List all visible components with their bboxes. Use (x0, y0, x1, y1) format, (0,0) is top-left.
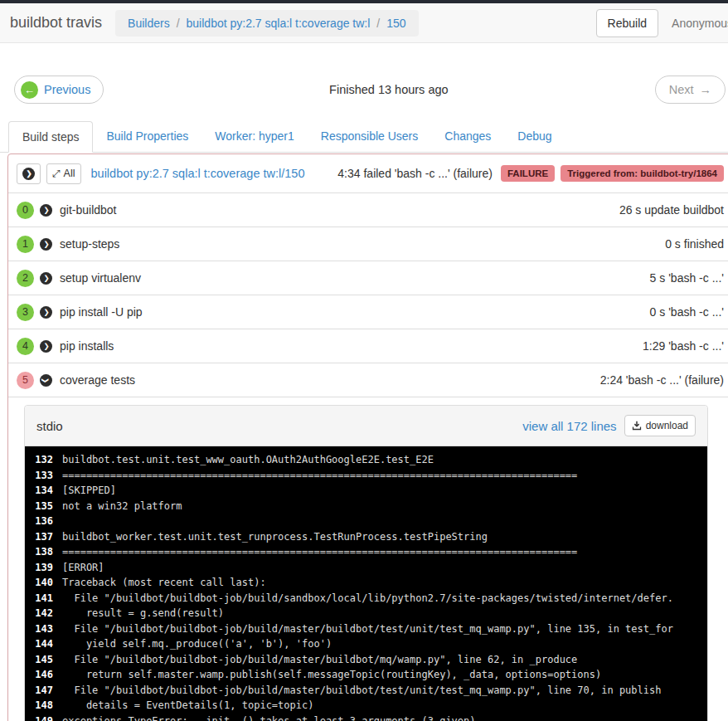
chevron-circle-right-icon: ❯ (22, 168, 35, 180)
tab-build-properties[interactable]: Build Properties (93, 121, 201, 153)
step-name[interactable]: git-buildbot (60, 203, 117, 217)
step-duration-status: 26 s update buildbot (619, 203, 724, 217)
previous-build-button[interactable]: ← Previous (14, 76, 104, 104)
log-line: 143 File "/buildbot/buildbot-job/build/m… (32, 621, 701, 637)
next-build-button[interactable]: Next → (655, 76, 726, 104)
build-step-row[interactable]: 4 ❯ pip installs 1:29 'bash -c ...' (8, 329, 728, 363)
breadcrumb-separator: / (177, 17, 180, 30)
step-duration-status: 0 s 'bash -c ...' (650, 305, 724, 319)
log-line: 147 File "/buildbot/buildbot-job/build/m… (32, 683, 701, 699)
breadcrumb-builders-link[interactable]: Builders (128, 17, 170, 30)
rebuild-button[interactable]: Rebuild (596, 9, 658, 37)
step-duration-status: 5 s 'bash -c ...' (650, 271, 724, 285)
failure-badge: FAILURE (501, 165, 555, 182)
step-number-badge: 4 (17, 338, 34, 355)
expand-all-icon: ⤢ (52, 168, 61, 179)
log-line: 148 details = EventDetails(1, topic=topi… (32, 698, 701, 714)
step-duration-status: 0 s finished (665, 237, 724, 251)
build-step-row[interactable]: 3 ❯ pip install -U pip 0 s 'bash -c ...' (8, 295, 728, 329)
app-brand[interactable]: buildbot travis (10, 14, 102, 32)
log-line: 149exceptions.TypeError: __init__() take… (32, 714, 701, 721)
step-expand-chevron-icon[interactable]: ❯ (40, 306, 52, 319)
log-line: 136 (32, 514, 701, 529)
log-line: 134[SKIPPED] (32, 483, 701, 499)
stdio-log-title: stdio (36, 419, 63, 433)
download-button[interactable]: download (624, 415, 696, 436)
build-finished-status: Finished 13 hours ago (329, 83, 449, 96)
summary-status-text: 4:34 failed 'bash -c ...' (failure) (337, 167, 493, 180)
step-number-badge: 1 (17, 236, 34, 253)
log-line: 142 result = g.send(result) (32, 606, 701, 621)
build-steps-list: 0 ❯ git-buildbot 26 s update buildbot 1 … (8, 192, 728, 397)
step-duration-status: 1:29 'bash -c ...' (643, 339, 724, 353)
tab-responsible-users[interactable]: Responsible Users (308, 121, 432, 153)
step-number-badge: 3 (17, 304, 34, 321)
step-duration-status: 2:24 'bash -c ...' (failure) (600, 373, 724, 387)
log-line: 138=====================================… (32, 544, 701, 560)
breadcrumb: Builders / buildbot py:2.7 sqla:l t:cove… (115, 10, 419, 37)
tab-debug[interactable]: Debug (504, 121, 565, 153)
log-line: 146 return self.master.wamp.publish(self… (32, 667, 701, 683)
expand-all-button[interactable]: ⤢ All (46, 163, 81, 184)
breadcrumb-builder-link[interactable]: buildbot py:2.7 sqla:l t:coverage tw:l (187, 17, 371, 30)
step-number-badge: 0 (17, 202, 34, 219)
step-name[interactable]: pip install -U pip (60, 305, 143, 319)
step-expand-chevron-icon[interactable]: ❯ (40, 374, 52, 387)
step-number-badge: 5 (17, 372, 34, 389)
step-expand-chevron-icon[interactable]: ❯ (40, 204, 52, 217)
log-line: 132buildbot.test.unit.test_www_oauth.OAu… (32, 452, 701, 468)
build-step-row[interactable]: 2 ❯ setup virtualenv 5 s 'bash -c ...' (8, 261, 728, 295)
step-number-badge: 2 (17, 270, 34, 287)
tab-changes[interactable]: Changes (431, 121, 504, 153)
download-label: download (646, 420, 688, 431)
build-pager: ← Previous Finished 13 hours ago Next → (0, 76, 728, 104)
build-step-row[interactable]: 0 ❯ git-buildbot 26 s update buildbot (8, 192, 728, 227)
stdio-log-panel: stdio view all 172 lines download 132bui… (24, 405, 708, 721)
log-line: 144 yield self.mq._produce(('a', 'b'), '… (32, 636, 701, 652)
previous-label: Previous (44, 83, 90, 96)
build-tabs: Build steps Build Properties Worker: hyp… (0, 121, 728, 153)
breadcrumb-build-number[interactable]: 150 (386, 17, 405, 30)
breadcrumb-separator: / (376, 17, 380, 30)
step-expand-chevron-icon[interactable]: ❯ (40, 340, 52, 353)
log-line: 133=====================================… (32, 468, 701, 484)
builder-build-link[interactable]: buildbot py:2.7 sqla:l t:coverage tw:l/1… (91, 167, 305, 180)
navbar: buildbot travis Builders / buildbot py:2… (0, 3, 728, 43)
next-label: Next (669, 83, 694, 96)
step-expand-chevron-icon[interactable]: ❯ (40, 272, 52, 285)
expand-all-label: All (64, 168, 75, 179)
stdio-header-actions: view all 172 lines download (522, 415, 696, 436)
collapse-summary-button[interactable]: ❯ (17, 163, 41, 184)
build-step-row[interactable]: 5 ❯ coverage tests 2:24 'bash -c ...' (f… (8, 363, 728, 397)
stdio-log-terminal[interactable]: 132buildbot.test.unit.test_www_oauth.OAu… (25, 446, 707, 721)
step-name[interactable]: setup-steps (60, 237, 119, 251)
log-line: 139[ERROR] (32, 560, 701, 576)
stdio-log-header: stdio view all 172 lines download (25, 406, 707, 446)
user-menu[interactable]: Anonymous (672, 17, 728, 30)
step-name[interactable]: setup virtualenv (60, 271, 141, 285)
step-expand-chevron-icon[interactable]: ❯ (40, 238, 52, 251)
build-summary-row: ❯ ⤢ All buildbot py:2.7 sqla:l t:coverag… (8, 154, 728, 192)
download-icon (632, 421, 642, 431)
tab-build-steps[interactable]: Build steps (8, 121, 93, 153)
log-line: 140Traceback (most recent call last): (32, 575, 701, 591)
tab-worker[interactable]: Worker: hyper1 (201, 121, 307, 153)
right-arrow-icon: → (700, 83, 712, 96)
log-line: 135not a win32 platform (32, 499, 701, 514)
build-steps-panel: ❯ ⤢ All buildbot py:2.7 sqla:l t:coverag… (7, 153, 728, 721)
log-line: 137buildbot_worker.test.unit.test_runpro… (32, 529, 701, 545)
step-name[interactable]: coverage tests (60, 373, 135, 387)
build-step-row[interactable]: 1 ❯ setup-steps 0 s finished (8, 227, 728, 261)
view-all-lines-link[interactable]: view all 172 lines (522, 419, 616, 433)
triggered-from-badge[interactable]: Triggered from: buildbot-try/1864 (561, 165, 724, 182)
left-arrow-icon: ← (21, 81, 38, 99)
log-line: 145 File "/buildbot/buildbot-job/build/m… (32, 652, 701, 668)
step-name[interactable]: pip installs (60, 339, 114, 353)
log-line: 141 File "/buildbot/buildbot-job/build/s… (32, 591, 701, 607)
expanded-step-content: stdio view all 172 lines download 132bui… (8, 397, 728, 721)
